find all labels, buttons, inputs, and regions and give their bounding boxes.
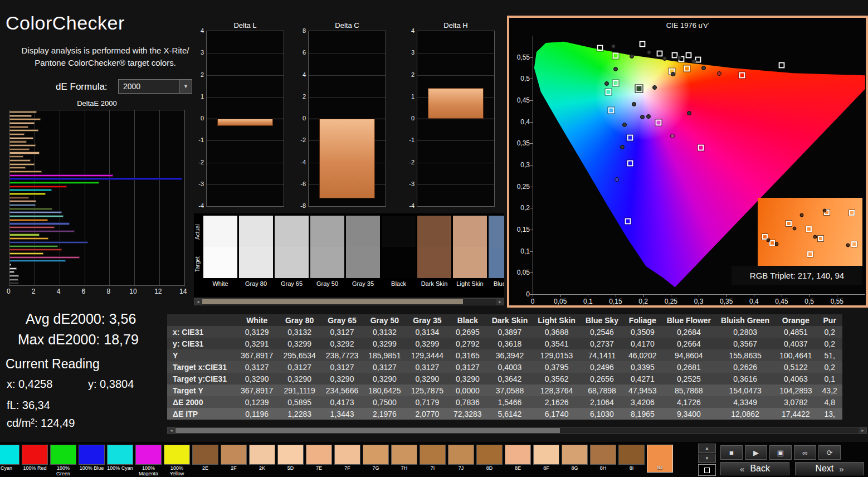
pattern-button-8g[interactable]: 8G	[562, 445, 588, 476]
scroll-right-icon[interactable]: ►	[496, 299, 504, 305]
axis-tick-label: -2	[291, 137, 306, 143]
axis-tick-label: -2	[189, 159, 204, 166]
pattern-button-5d[interactable]: 5D	[277, 445, 304, 476]
cie-inner: CIE 1976 u'v' RGB Triplet: 217, 140, 94 …	[509, 18, 866, 305]
inset-target-marker	[807, 251, 813, 257]
stop-button[interactable]: ■	[720, 445, 743, 460]
pattern-window-button[interactable]: ▣	[769, 445, 792, 460]
inset-target-marker	[818, 236, 823, 241]
scrollbar-thumb[interactable]	[202, 299, 463, 304]
spinner-down-icon[interactable]: ▼	[698, 454, 716, 463]
gridline	[207, 75, 284, 76]
pattern-button-100-cyan[interactable]: 100% Cyan	[107, 445, 133, 476]
current-cdm2-stat: cd/m²: 124,49	[7, 417, 75, 430]
chevron-left-icon: «	[740, 464, 744, 474]
delta-bar	[319, 119, 374, 198]
table-cell: 0,2684	[662, 326, 716, 338]
table-cell: 94,8604	[662, 349, 716, 361]
play-button[interactable]: ▶	[745, 445, 767, 460]
gridline	[309, 97, 386, 98]
pattern-button-100-green[interactable]: 100% Green	[50, 445, 76, 476]
pattern-button-2k[interactable]: 2K	[249, 445, 275, 476]
pattern-label: 7H	[391, 465, 417, 476]
description-text: Display analysis is performed with the X…	[13, 45, 197, 69]
table-cell: 0,2664	[662, 338, 716, 349]
pattern-button-2e[interactable]: 2E	[192, 445, 218, 476]
pattern-button-7g[interactable]: 7G	[363, 445, 389, 476]
pattern-button-7f[interactable]: 7F	[334, 445, 360, 476]
continuous-measure-button[interactable]: ∞	[794, 445, 816, 460]
swatch-white: White	[203, 216, 237, 287]
table-cell: 0,4003	[487, 361, 533, 373]
pattern-button-cyan[interactable]: Cyan	[0, 445, 19, 476]
deltae-bar	[9, 193, 46, 195]
deltae-bar	[9, 115, 32, 117]
row-label: Y	[167, 349, 236, 361]
scroll-right-icon[interactable]: ►	[859, 427, 866, 434]
table-cell: 0,4170	[623, 338, 662, 349]
axis-tick	[530, 100, 533, 101]
measurement-marker	[691, 59, 696, 64]
pattern-button-7h[interactable]: 7H	[391, 445, 417, 476]
inset-measurement-marker	[823, 209, 827, 213]
gridline	[109, 110, 110, 285]
pattern-button-8h[interactable]: 8H	[590, 445, 616, 476]
blank-pattern-button[interactable]	[698, 464, 716, 476]
table-cell: 0,3616	[716, 373, 774, 384]
table-cell: 0,3132	[278, 326, 320, 338]
pattern-button-100-blue[interactable]: 100% Blue	[79, 445, 105, 476]
back-button[interactable]: « Back	[720, 462, 789, 475]
target-marker	[656, 119, 662, 125]
de-formula-dropdown[interactable]: 2000 ▼	[118, 79, 192, 94]
table-cell: 0,3291	[236, 338, 278, 349]
scrollbar-thumb[interactable]	[175, 428, 560, 433]
deltae-bar	[9, 211, 62, 213]
table-cell: 0,7179	[406, 396, 448, 408]
pattern-button-100-yellow[interactable]: 100% Yellow	[164, 445, 190, 476]
axis-tick-label: 0,2	[509, 204, 530, 212]
swatch-scrollbar[interactable]: ◄ ►	[194, 298, 504, 305]
swatch-label: Gray 35	[346, 278, 380, 287]
pattern-button-8j[interactable]: 8J	[647, 445, 673, 473]
pattern-button-8e[interactable]: 8E	[505, 445, 531, 476]
table-cell: 0,3541	[533, 338, 581, 349]
table-scrollbar[interactable]: ◄ ►	[167, 427, 867, 434]
pattern-button-8i[interactable]: 8I	[618, 445, 645, 476]
pattern-button-8d[interactable]: 8D	[476, 445, 503, 476]
axis-tick	[754, 294, 754, 297]
pattern-button-100-red[interactable]: 100% Red	[22, 445, 48, 476]
table-cell: 0,2525	[662, 373, 716, 384]
delta-c-plot	[308, 31, 386, 207]
refresh-button[interactable]: ⟳	[818, 445, 841, 460]
table-cell: 234,5666	[321, 384, 363, 396]
pattern-label: 100% Magenta	[135, 465, 162, 476]
pattern-button-100-magenta[interactable]: 100% Magenta	[135, 445, 162, 476]
scroll-left-icon[interactable]: ◄	[168, 427, 175, 434]
axis-tick	[671, 294, 671, 297]
axis-tick-label: 3	[189, 49, 204, 56]
swatch-label: White	[203, 278, 237, 287]
axis-tick-label: 0,05	[551, 298, 570, 305]
cie-diagram-panel: CIE 1976 u'v' RGB Triplet: 217, 140, 94 …	[507, 16, 868, 308]
pattern-button-2f[interactable]: 2F	[221, 445, 247, 476]
pattern-button-7i[interactable]: 7I	[420, 445, 446, 476]
next-button[interactable]: Next »	[795, 462, 864, 475]
avg-de2000-stat: Avg dE2000: 3,56	[26, 311, 136, 327]
pattern-label: 2E	[192, 465, 218, 476]
axis-tick-label: 6	[291, 49, 306, 56]
pattern-button-8f[interactable]: 8F	[533, 445, 559, 476]
deltae-bar	[9, 260, 66, 262]
gridline	[309, 75, 386, 76]
axis-tick-label: 0,5	[509, 75, 530, 82]
column-header	[167, 314, 236, 326]
gridline	[134, 110, 135, 285]
pattern-button-7e[interactable]: 7E	[306, 445, 332, 476]
measurement-marker	[620, 145, 625, 149]
table-cell: 6,1740	[533, 408, 581, 420]
spinner-up-icon[interactable]: ▲	[698, 444, 716, 453]
pattern-swatch	[618, 445, 645, 465]
pattern-button-7j[interactable]: 7J	[448, 445, 474, 476]
scroll-left-icon[interactable]: ◄	[194, 299, 202, 305]
table-cell: 0,3567	[716, 338, 774, 349]
cie-title: CIE 1976 u'v'	[509, 21, 866, 30]
